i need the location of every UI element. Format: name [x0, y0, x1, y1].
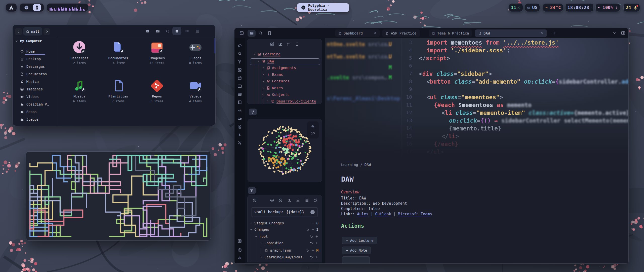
ribbon-code-template-button[interactable]: <%: [237, 108, 242, 113]
folder-button[interactable]: [249, 31, 254, 36]
layout-sidebar-right-button[interactable]: [621, 31, 625, 35]
file-item-plantillas[interactable]: > Plantillas 7 items: [102, 79, 135, 103]
file-item-repos[interactable]: > Repos 6 items: [141, 79, 173, 103]
sidebar-item-desktop[interactable]: Desktop: [20, 56, 41, 62]
stage-all-button[interactable]: [270, 198, 274, 202]
git-row-obsidian[interactable]: .obsidian: [248, 240, 322, 246]
file-item-documentos[interactable]: Documentos 14 items: [102, 41, 135, 65]
ribbon-book-button[interactable]: [237, 100, 242, 105]
graph-view-handle[interactable]: [249, 109, 257, 115]
git-row-graph-json[interactable]: graph.jsonM: [248, 248, 322, 253]
change-layout-button[interactable]: [305, 198, 309, 202]
sort-button[interactable]: [287, 42, 291, 46]
file-item-descargas[interactable]: Descargas 2 items: [63, 41, 96, 65]
status-widget-volume[interactable]: 100%: [595, 3, 620, 12]
link-outlook[interactable]: Outlook: [375, 212, 391, 216]
sidebar-item-videos[interactable]: Videos: [20, 94, 39, 99]
new-folder-button[interactable]: [278, 42, 283, 46]
action-button-add-lecture[interactable]: + Add Lecture: [342, 237, 377, 244]
sidebar-item-musica[interactable]: Musica: [20, 79, 39, 84]
compact-view-button[interactable]: [193, 27, 202, 35]
graph-wand-button[interactable]: [311, 131, 315, 136]
new-folder-button[interactable]: [153, 27, 162, 35]
ribbon-calendar-button[interactable]: [237, 76, 242, 80]
file-item-videos[interactable]: Videos 4 items: [179, 79, 212, 103]
tree-item-exams[interactable]: !Exams: [262, 72, 283, 78]
sidebar-toggle-button[interactable]: [239, 31, 244, 36]
ribbon-layout-grid-button[interactable]: [237, 68, 242, 72]
tab-daw[interactable]: DAW: [475, 29, 547, 37]
action-button-partial[interactable]: [342, 256, 370, 264]
search-button[interactable]: [258, 31, 263, 36]
status-widget-keyboard-layout[interactable]: US: [525, 3, 540, 12]
close-tab-icon[interactable]: [540, 31, 544, 35]
git-row-learning-daw-exams[interactable]: Learning/DAW/Exams: [248, 254, 322, 260]
git-row-staged-changes[interactable]: Staged Changes0: [248, 220, 322, 226]
clear-message-icon[interactable]: [310, 210, 315, 214]
file-item-juegos[interactable]: > Juegos 8 items: [179, 41, 212, 65]
ribbon-settings-button[interactable]: [237, 256, 242, 261]
unstage-all-button[interactable]: [278, 198, 283, 202]
action-button-add-note[interactable]: + Add Note: [342, 247, 371, 254]
git-row-changes[interactable]: Changes2: [248, 227, 322, 232]
tree-item-subjects[interactable]: Subjects: [262, 92, 290, 98]
search-button[interactable]: [163, 27, 172, 35]
push-button[interactable]: [287, 198, 292, 202]
graph-settings-button[interactable]: [311, 124, 315, 129]
taskbar-apps[interactable]: [20, 3, 44, 12]
ribbon-git-fork-button[interactable]: [237, 59, 242, 64]
status-widget-weather[interactable]: 24°C: [543, 3, 563, 12]
sidebar-item-obsidian-v[interactable]: Obsidian V…: [20, 101, 49, 107]
sidebar-item-documentos[interactable]: Documentos: [20, 71, 47, 77]
media-player-widget[interactable]: Polyphia - Neurotica: [297, 3, 349, 12]
ribbon-home-button[interactable]: [237, 43, 242, 48]
git-panel-handle[interactable]: [248, 187, 256, 194]
chevron-down-button[interactable]: [612, 31, 617, 35]
ribbon-dollar-button[interactable]: $: [237, 132, 242, 137]
ribbon-search-button[interactable]: [237, 51, 242, 56]
forward-button[interactable]: [44, 28, 50, 35]
new-note-button[interactable]: [270, 42, 274, 46]
ribbon-gamepad-button[interactable]: [237, 116, 242, 121]
taskbar-app-firefox[interactable]: [22, 4, 30, 11]
status-widget-clock[interactable]: 18:08:28: [565, 3, 594, 12]
note-breadcrumb[interactable]: Learning / DAW: [341, 163, 371, 167]
status-widget-notifications[interactable]: 24: [623, 3, 640, 12]
pull-button[interactable]: [296, 198, 300, 202]
back-button[interactable]: [15, 28, 22, 35]
sidebar-item-home[interactable]: Home: [20, 49, 35, 54]
app-launcher-button[interactable]: [6, 3, 17, 12]
tree-item-lectures[interactable]: Lectures: [262, 78, 290, 84]
sidebar-item-imagenes[interactable]: Imagenes: [20, 86, 43, 92]
ribbon-terminal-button[interactable]: [237, 84, 242, 88]
tree-item-learning[interactable]: Learning: [253, 51, 280, 57]
sidebar-section-my-computer[interactable]: My Computer: [15, 39, 42, 43]
ribbon-swords-button[interactable]: [237, 141, 242, 145]
collapse-button[interactable]: [295, 42, 299, 46]
tree-item-assignments[interactable]: Assignments: [262, 65, 296, 71]
sidebar-item-juegos[interactable]: Juegos: [20, 117, 39, 122]
commit-message-input[interactable]: vault backup: {{date}}: [252, 207, 317, 217]
tree-item-daw[interactable]: DAW: [257, 58, 274, 64]
tree-item-notes[interactable]: Notes: [262, 85, 283, 91]
ribbon-table-button[interactable]: [237, 92, 242, 96]
link-microsoft-teams[interactable]: Microsoft Teams: [398, 212, 432, 216]
link-aules[interactable]: Aules: [357, 212, 368, 216]
ribbon-vault-button[interactable]: [237, 239, 242, 243]
sidebar-item-descargas[interactable]: Descargas: [20, 64, 45, 69]
new-tab-button[interactable]: [552, 31, 556, 35]
tab-asp-practice-6[interactable]: ASP Practice 6: [382, 29, 420, 37]
grid-view-button[interactable]: [172, 27, 181, 35]
window-scrollbar[interactable]: [215, 38, 215, 53]
location-breadcrumb[interactable]: matt: [23, 27, 42, 36]
git-row-root[interactable]: root: [248, 234, 322, 239]
commit-button[interactable]: [261, 198, 265, 202]
taskbar-app-document[interactable]: [33, 4, 41, 11]
refresh-button[interactable]: [313, 198, 317, 202]
file-item-musica[interactable]: Musica 6 items: [63, 79, 96, 103]
tree-item-desarrollo-cliente[interactable]: Desarrollo-Cliente: [266, 98, 316, 104]
list-view-button[interactable]: [182, 27, 191, 35]
sidebar-item-repos[interactable]: Repos: [20, 109, 37, 115]
terminal-button[interactable]: $_: [143, 27, 152, 35]
tab-tema-6-pr-cticas[interactable]: Tema 6 Prácticas -…: [429, 29, 472, 37]
